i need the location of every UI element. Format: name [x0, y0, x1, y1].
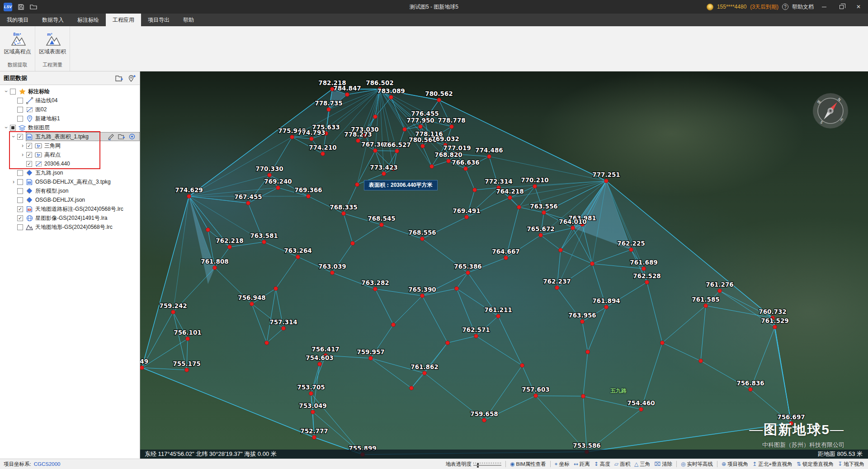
mesh-vertex[interactable]	[749, 388, 753, 392]
mesh-vertex[interactable]	[474, 334, 478, 338]
account-number[interactable]: 155****4480	[717, 4, 746, 10]
minimize-button[interactable]	[817, 1, 831, 13]
slider-handle[interactable]	[477, 463, 479, 468]
mesh-vertex[interactable]	[276, 186, 280, 190]
mesh-vertex[interactable]	[228, 245, 232, 249]
mesh-vertex[interactable]	[311, 410, 315, 414]
mesh-vertex[interactable]	[268, 173, 272, 177]
tool-实时等高线[interactable]: ◎实时等高线	[681, 461, 713, 468]
mesh-vertex[interactable]	[555, 286, 559, 290]
mesh-vertex[interactable]	[586, 350, 590, 354]
mesh-vertex[interactable]	[309, 392, 313, 396]
mesh-vertex[interactable]	[464, 167, 468, 171]
layer-row-13[interactable]: OSGB-DEHLJX.json	[0, 195, 140, 204]
restore-button[interactable]	[835, 1, 848, 13]
mesh-vertex[interactable]	[642, 267, 646, 271]
layer-checkbox[interactable]: ✓	[17, 215, 23, 221]
layer-checkbox[interactable]	[17, 170, 23, 176]
mesh-vertex[interactable]	[450, 125, 454, 129]
edit-pencil-icon[interactable]	[108, 133, 114, 140]
mesh-vertex[interactable]	[420, 294, 425, 298]
tool-面积[interactable]: ▱面积	[614, 461, 630, 468]
mesh-vertex[interactable]	[704, 304, 708, 308]
menu-tab-2[interactable]: 数据导入	[35, 14, 71, 26]
collapse-arrow-icon[interactable]: ›	[10, 133, 17, 140]
mesh-vertex[interactable]	[542, 211, 546, 215]
open-folder-icon[interactable]	[29, 3, 38, 11]
mesh-vertex[interactable]	[559, 248, 563, 252]
expand-arrow-icon[interactable]: ›	[19, 152, 26, 158]
mesh-vertex[interactable]	[430, 165, 434, 169]
collapse-arrow-icon[interactable]: ›	[3, 124, 9, 131]
mesh-vertex[interactable]	[604, 305, 609, 309]
crs-value[interactable]: CGCS2000	[34, 461, 61, 467]
layer-checkbox[interactable]	[17, 197, 23, 203]
mesh-vertex[interactable]	[206, 228, 210, 232]
add-placemark-icon[interactable]	[128, 75, 136, 82]
menu-tab-3[interactable]: 标注标绘	[71, 14, 106, 26]
mesh-vertex[interactable]	[318, 362, 322, 366]
tool-距离[interactable]: ↔距离	[574, 461, 590, 468]
layer-row-12[interactable]: 所有模型.json	[0, 186, 140, 195]
mesh-vertex[interactable]	[373, 287, 377, 291]
tool-三角[interactable]: △三角	[634, 461, 650, 468]
mesh-vertex[interactable]	[330, 271, 335, 275]
layer-label[interactable]: 面02	[35, 106, 47, 114]
mesh-vertex[interactable]	[310, 137, 314, 141]
mesh-vertex[interactable]	[345, 93, 349, 97]
mesh-vertex[interactable]	[571, 226, 575, 230]
mesh-vertex[interactable]	[140, 366, 144, 370]
mesh-vertex[interactable]	[274, 287, 278, 291]
mesh-vertex[interactable]	[373, 149, 377, 153]
help-doc-link[interactable]: 帮助文档	[792, 3, 814, 11]
layer-row-7[interactable]: ›✓三角网	[0, 141, 140, 150]
layer-label[interactable]: 新建地标1	[35, 115, 60, 123]
layer-row-3[interactable]: 面02	[0, 105, 140, 114]
tool-BIM属性查看[interactable]: ◉BIM属性查看	[510, 461, 546, 468]
mesh-vertex[interactable]	[437, 98, 441, 102]
layer-checkbox[interactable]: ✓	[26, 152, 32, 158]
layer-label[interactable]: OSGB-DEHLJX_高程点_3.tpkg	[35, 178, 111, 186]
mesh-vertex[interactable]	[351, 242, 355, 246]
mesh-vertex[interactable]	[487, 155, 491, 159]
layer-checkbox[interactable]	[10, 89, 16, 95]
mesh-vertex[interactable]	[645, 280, 649, 284]
mesh-vertex[interactable]	[520, 364, 524, 368]
mesh-vertex[interactable]	[321, 152, 325, 156]
mesh-vertex[interactable]	[380, 223, 384, 227]
tool-清除[interactable]: ⌧清除	[654, 461, 672, 468]
layer-label[interactable]: 五九路_表面积_1.tpkg	[35, 133, 89, 141]
mesh-vertex[interactable]	[629, 248, 633, 252]
layer-row-1[interactable]: ›标注标绘	[0, 87, 140, 96]
region-surface-area-button[interactable]: m² 区域表面积	[39, 26, 66, 60]
mesh-vertex[interactable]	[186, 337, 190, 341]
mesh-vertex[interactable]	[455, 287, 459, 291]
mesh-vertex[interactable]	[447, 159, 451, 163]
mesh-vertex[interactable]	[187, 194, 191, 199]
mesh-vertex[interactable]	[533, 185, 537, 189]
layer-checkbox[interactable]	[17, 98, 23, 104]
menu-tab-4[interactable]: 工程应用	[106, 14, 141, 26]
mesh-vertex[interactable]	[307, 194, 311, 199]
mesh-vertex[interactable]	[342, 212, 346, 216]
map-viewport-3d[interactable]: 782.218784.847786.502783.089780.562778.7…	[140, 71, 868, 459]
layer-row-2[interactable]: 描边线04	[0, 96, 140, 105]
add-folder-icon[interactable]	[115, 75, 123, 82]
mesh-vertex[interactable]	[282, 327, 286, 331]
mesh-vertex[interactable]	[246, 201, 250, 205]
mesh-vertex[interactable]	[604, 179, 609, 183]
mesh-vertex[interactable]	[773, 325, 777, 329]
layer-row-16[interactable]: 天地图地形-GS(2024)0568号.lrc	[0, 223, 140, 232]
mesh-vertex[interactable]	[369, 356, 373, 360]
mesh-vertex[interactable]	[290, 135, 294, 139]
layer-label[interactable]: 星图影像-GS(2024)1491号.lra	[35, 214, 107, 222]
mesh-vertex[interactable]	[265, 341, 269, 345]
tool-高度[interactable]: ↕高度	[594, 461, 610, 468]
mesh-vertex[interactable]	[473, 188, 477, 192]
menu-tab-5[interactable]: 项目导出	[141, 14, 176, 26]
tool-锁定垂直视角[interactable]: ⇅锁定垂直视角	[797, 461, 834, 468]
slider-track[interactable]	[473, 462, 501, 466]
tool-坐标[interactable]: ⌖坐标	[555, 461, 570, 468]
mesh-vertex[interactable]	[389, 95, 393, 99]
collapse-arrow-icon[interactable]: ›	[3, 88, 9, 95]
